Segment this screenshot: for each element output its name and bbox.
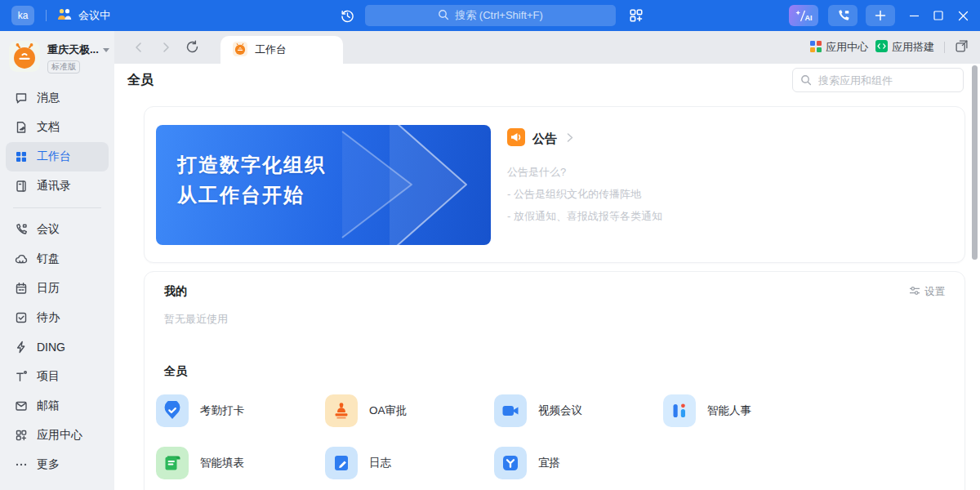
app-label: 宜搭 — [538, 456, 560, 470]
maximize-button[interactable] — [926, 0, 951, 31]
add-button[interactable] — [866, 5, 895, 26]
app-center-link[interactable]: 应用中心 — [810, 40, 868, 55]
announcement-header[interactable]: 公告 — [507, 128, 662, 149]
apps-icon — [15, 429, 28, 442]
wing-graphic — [326, 125, 491, 245]
nav-back-icon[interactable] — [132, 41, 145, 57]
app-video[interactable]: 视频会议 — [494, 385, 663, 437]
sidebar-item-contacts[interactable]: 通讯录 — [6, 172, 109, 201]
app-label: 视频会议 — [538, 403, 582, 418]
app-logo[interactable]: ka — [11, 6, 34, 25]
global-search-placeholder: 搜索 (Ctrl+Shift+F) — [455, 8, 543, 23]
global-search-input[interactable]: 搜索 (Ctrl+Shift+F) — [365, 5, 616, 26]
call-button[interactable] — [828, 5, 858, 26]
app-build-link[interactable]: 应用搭建 — [875, 40, 934, 55]
app-center-label: 应用中心 — [826, 40, 868, 55]
recent-empty-text: 暂无最近使用 — [164, 312, 228, 327]
nav-forward-icon[interactable] — [159, 41, 172, 57]
banner-text: 打造数字化组织 从工作台开始 — [177, 149, 326, 210]
app-form[interactable]: 智能填表 — [156, 437, 325, 489]
sidebar-item-workbench[interactable]: 工作台 — [6, 142, 109, 172]
chevron-down-icon — [103, 48, 109, 52]
phone-icon — [15, 223, 28, 236]
app-hr[interactable]: 智能人事 — [663, 385, 832, 437]
sidebar-item-label: 应用中心 — [37, 428, 82, 443]
main-area: 工作台 应用中心 应用搭建 全员 — [114, 31, 980, 490]
sidebar-item-label: 工作台 — [37, 149, 71, 164]
minimize-button[interactable] — [902, 0, 926, 31]
settings-link[interactable]: 设置 — [909, 285, 945, 299]
scrollbar-thumb[interactable] — [972, 65, 978, 260]
app-search-input[interactable] — [792, 68, 964, 92]
app-log[interactable]: 日志 — [325, 437, 494, 489]
app-attendance[interactable]: 考勤打卡 — [156, 385, 325, 437]
video-icon — [494, 394, 527, 427]
refresh-icon[interactable] — [185, 40, 199, 57]
attendance-icon — [156, 394, 189, 427]
project-icon — [15, 370, 28, 383]
settings-label: 设置 — [924, 285, 945, 299]
announcement-card: 打造数字化组织 从工作台开始 公告 公告是什么? - 公告是组织文化的传播阵地 … — [144, 106, 965, 263]
sidebar-item-todo[interactable]: 待办 — [6, 303, 109, 332]
sidebar-item-docs[interactable]: 文档 — [6, 113, 109, 142]
sidebar-item-label: 更多 — [37, 457, 60, 472]
tabstrip-divider — [944, 42, 945, 53]
org-meta: 重庆天极... 标准版 — [47, 41, 109, 74]
search-icon — [438, 9, 449, 23]
my-section-title: 我的 — [164, 284, 187, 299]
sliders-icon — [909, 285, 920, 299]
search-icon — [800, 74, 812, 89]
announcement-section: 公告 公告是什么? - 公告是组织文化的传播阵地 - 放假通知、喜报战报等各类通… — [507, 128, 662, 224]
bolt-icon — [15, 341, 28, 354]
titlebar-actions: AI — [789, 0, 975, 31]
sidebar-item-more[interactable]: 更多 — [6, 450, 109, 479]
sidebar-item-label: 日历 — [37, 281, 60, 296]
app-approval[interactable]: OA审批 — [325, 385, 494, 437]
sidebar-item-label: 钉盘 — [37, 252, 60, 266]
tab-strip: 工作台 应用中心 应用搭建 — [114, 31, 980, 64]
meeting-people-icon — [57, 8, 73, 23]
announcement-question: 公告是什么? — [507, 165, 662, 180]
approval-icon — [325, 394, 358, 427]
sidebar-item-appcenter[interactable]: 应用中心 — [6, 421, 109, 450]
org-edition-badge: 标准版 — [47, 60, 80, 74]
workbench-banner[interactable]: 打造数字化组织 从工作台开始 — [156, 125, 491, 245]
app-center-icon — [810, 41, 822, 55]
sidebar-item-messages[interactable]: 消息 — [6, 83, 109, 113]
contacts-icon — [15, 180, 28, 193]
banner-line1: 打造数字化组织 — [177, 149, 326, 180]
meeting-status[interactable]: 会议中 — [57, 0, 110, 31]
app-build-label: 应用搭建 — [892, 40, 934, 55]
sidebar-item-meeting[interactable]: 会议 — [6, 215, 109, 244]
ai-button-label: AI — [805, 14, 813, 22]
app-build-code-icon — [875, 40, 888, 55]
sidebar-item-label: 通讯录 — [37, 179, 71, 194]
log-icon — [325, 447, 358, 479]
banner-line2: 从工作台开始 — [177, 180, 326, 210]
tab-workbench[interactable]: 工作台 — [220, 36, 343, 64]
cloud-icon — [15, 252, 28, 265]
todo-icon — [15, 311, 28, 324]
sidebar-item-label: 项目 — [37, 369, 60, 384]
workbench-grid-icon[interactable] — [629, 8, 644, 26]
open-window-icon[interactable] — [955, 39, 969, 56]
chevron-right-icon — [564, 131, 575, 146]
sidebar-item-label: 邮箱 — [37, 399, 60, 413]
sidebar-item-calendar[interactable]: 日历 — [6, 274, 109, 303]
title-bar: ka 会议中 搜索 (Ctrl+Shift+F) AI — [0, 0, 980, 31]
sidebar-item-ding[interactable]: DING — [6, 332, 109, 362]
dingtalk-tab-icon — [233, 42, 247, 59]
org-name: 重庆天极... — [47, 42, 99, 57]
sidebar-item-drive[interactable]: 钉盘 — [6, 244, 109, 274]
sidebar-item-project[interactable]: 项目 — [6, 362, 109, 391]
sidebar-item-mail[interactable]: 邮箱 — [6, 391, 109, 421]
org-switcher[interactable]: 重庆天极... 标准版 — [0, 38, 114, 83]
workbench-content: 全员 打造数字化组织 从工作台开始 公告 — [114, 64, 980, 490]
app-grid: 考勤打卡OA审批视频会议智能人事智能填表日志宜搭 — [156, 385, 960, 489]
ai-assistant-button[interactable]: AI — [789, 5, 818, 26]
sidebar-item-label: 会议 — [37, 222, 60, 237]
app-yida[interactable]: 宜搭 — [494, 437, 663, 489]
history-icon[interactable] — [340, 8, 355, 27]
close-button[interactable] — [951, 0, 975, 31]
announcement-title: 公告 — [532, 131, 557, 147]
